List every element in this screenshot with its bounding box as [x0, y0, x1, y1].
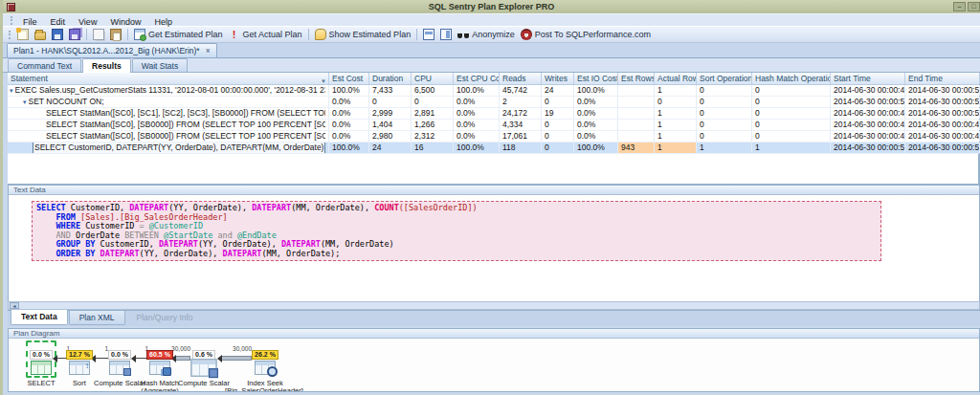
grid-cell[interactable]: 0	[697, 97, 752, 107]
statement-cell[interactable]: ▾EXEC Sales.usp_GetCustomerStats 11331, …	[8, 85, 329, 96]
grid-cell[interactable]	[618, 108, 655, 119]
grid-cell[interactable]	[618, 85, 655, 96]
grid-cell[interactable]: 2014-06-30 00:00:42.830	[831, 85, 905, 96]
grid-cell[interactable]: 4,334	[500, 120, 542, 130]
grid-cell[interactable]: 0	[697, 85, 752, 96]
grid-cell[interactable]: 0.0%	[574, 108, 618, 119]
grid-cell[interactable]: 45,742	[500, 85, 542, 96]
grid-cell[interactable]: 2014-06-30 00:00:50.240	[905, 97, 980, 107]
grid-cell[interactable]: 118	[500, 143, 542, 153]
show-estimated-plan-button[interactable]: Show Estimated Plan	[312, 28, 414, 41]
grid-cell[interactable]: 2,891	[412, 108, 454, 119]
statement-cell[interactable]: SELECT CustomerID, DATEPART(YY, OrderDat…	[8, 143, 329, 153]
grid-cell[interactable]: 1,266	[412, 120, 454, 130]
grid-cell[interactable]: 100.0%	[574, 85, 618, 96]
grid-cell[interactable]: 0.0%	[329, 108, 369, 119]
statement-cell[interactable]: SELECT StatMan([SC0], [SB0000]) FROM (SE…	[8, 131, 329, 142]
grid-cell[interactable]: 0	[542, 97, 574, 107]
grid-cell[interactable]	[618, 120, 655, 130]
table-row[interactable]: ▾EXEC Sales.usp_GetCustomerStats 11331, …	[8, 85, 979, 97]
column-header-sort-operations[interactable]: Sort Operations	[697, 73, 752, 84]
save-button[interactable]	[49, 28, 66, 41]
grid-cell[interactable]: 0	[655, 97, 697, 107]
grid-cell[interactable]: 24	[369, 143, 412, 153]
grid-cell[interactable]: 2014-06-30 00:00:50.263	[905, 85, 980, 96]
grid-cell[interactable]: 24,172	[500, 108, 542, 119]
column-header-duration[interactable]: Duration	[369, 73, 412, 84]
sql-text-area[interactable]: SELECT CustomerID, DATEPART(YY, OrderDat…	[8, 195, 980, 301]
table-row[interactable]: SELECT StatMan([SC0], [SB0000]) FROM (SE…	[8, 120, 979, 131]
grid-cell[interactable]: 2014-06-30 00:00:50.240	[831, 143, 905, 153]
grid-cell[interactable]: 16	[412, 143, 454, 153]
maximize-button[interactable]: □	[968, 2, 980, 11]
grid-cell[interactable]: 2014-06-30 00:00:50.230	[905, 108, 980, 119]
grid-cell[interactable]: 0.0%	[574, 120, 618, 130]
grid-cell[interactable]: 6,500	[412, 85, 454, 96]
close-icon[interactable]: ×	[206, 47, 211, 55]
post-to-sqlperformance-button[interactable]: Post To SQLPerformance.com	[518, 28, 654, 41]
grid-cell[interactable]: 2014-06-30 00:00:42.833	[831, 131, 905, 142]
column-header-statement[interactable]: Statement▼	[8, 73, 329, 84]
tab-command-text[interactable]: Command Text	[8, 58, 81, 72]
open-button[interactable]	[32, 29, 49, 41]
plan-node-index-seek[interactable]: 26.2 %Index Seek [Big_SalesOrderHeader].…	[193, 340, 337, 392]
grid-cell[interactable]: 100.0%	[329, 143, 369, 153]
grid-cell[interactable]: 2014-06-30 00:00:47.223	[905, 120, 980, 130]
get-estimated-plan-button[interactable]: Get Estimated Plan	[131, 28, 226, 41]
column-header-est-io-cost[interactable]: Est IO Cost	[574, 73, 618, 84]
grid-cell[interactable]: 100.0%	[329, 85, 369, 96]
column-header-est-cpu-cost[interactable]: Est CPU Cost	[454, 73, 500, 84]
grid-cell[interactable]: 0.0%	[454, 120, 500, 130]
layout-vertical-button[interactable]	[437, 28, 455, 41]
column-header-writes[interactable]: Writes	[542, 73, 574, 84]
grid-cell[interactable]: 0	[369, 97, 412, 107]
new-plan-button[interactable]	[14, 28, 32, 41]
grid-cell[interactable]: 100.0%	[454, 143, 500, 153]
grid-cell[interactable]: 0	[542, 143, 574, 153]
grid-cell[interactable]: 2,980	[369, 131, 412, 142]
document-tab[interactable]: Plan1 - HANK\SQL2012.A...2012_Big (HANK\…	[7, 43, 217, 57]
grid-cell[interactable]: 2014-06-30 00:00:45.813	[905, 131, 980, 142]
grid-cell[interactable]: 2	[500, 97, 542, 107]
grid-cell[interactable]: 1	[655, 143, 697, 153]
grid-cell[interactable]: 0	[542, 120, 574, 130]
get-actual-plan-button[interactable]: Get Actual Plan	[226, 28, 305, 41]
grid-cell[interactable]: 0	[752, 120, 831, 130]
statement-cell[interactable]: ▾SET NOCOUNT ON;	[8, 97, 329, 107]
tab-wait-stats[interactable]: Wait Stats	[132, 58, 188, 72]
grid-cell[interactable]: 0.0%	[574, 131, 618, 142]
column-header-hash-match-operations[interactable]: Hash Match Operations	[752, 73, 831, 84]
paste-button[interactable]	[107, 28, 124, 41]
tab-plan-xml[interactable]: Plan XML	[69, 311, 125, 325]
plan-diagram-canvas[interactable]: 11130,00030,0000.0 %SELECT12.7 %Sort0.0 …	[8, 339, 980, 392]
grid-cell[interactable]: 1	[655, 108, 697, 119]
save-all-button[interactable]	[66, 28, 83, 41]
anonymize-button[interactable]: Anonymize	[455, 29, 518, 40]
expand-arrow-icon[interactable]: ▾	[23, 97, 27, 107]
grid-cell[interactable]: 24	[542, 85, 574, 96]
grid-cell[interactable]: 0.0%	[454, 131, 500, 142]
statement-cell[interactable]: SELECT StatMan([SC0], [SB0000]) FROM (SE…	[8, 120, 329, 130]
column-header-reads[interactable]: Reads	[500, 73, 542, 84]
grid-cell[interactable]: 2014-06-30 00:00:50.263	[905, 143, 980, 153]
grid-cell[interactable]: 0	[697, 120, 752, 130]
sort-indicator-icon[interactable]: ▼	[321, 76, 326, 84]
grid-cell[interactable]: 2014-06-30 00:00:50.240	[831, 97, 905, 107]
grid-cell[interactable]: 100.0%	[574, 143, 618, 153]
grid-cell[interactable]: 0.0%	[329, 97, 369, 107]
column-header-end-time[interactable]: End Time	[905, 73, 980, 84]
grid-cell[interactable]: 2,999	[369, 108, 412, 119]
grid-cell[interactable]: 1	[752, 143, 831, 153]
grid-cell[interactable]: 1	[655, 131, 697, 142]
grid-cell[interactable]	[618, 131, 655, 142]
statement-cell[interactable]: SELECT StatMan([SC0], [SC1], [SC2], [SC3…	[8, 108, 329, 119]
column-header-est-cost[interactable]: Est Cost	[329, 73, 369, 84]
grid-cell[interactable]: 2014-06-30 00:00:47.230	[831, 108, 905, 119]
grid-cell[interactable]: 7,433	[369, 85, 412, 96]
menu-help[interactable]: Help	[147, 17, 179, 27]
expand-arrow-icon[interactable]: ▾	[10, 85, 13, 96]
grid-cell[interactable]: 0.0%	[329, 120, 369, 130]
table-row[interactable]: ▾SET NOCOUNT ON;0.0%000.0%200.0%0002014-…	[8, 97, 979, 108]
table-row[interactable]: SELECT StatMan([SC0], [SB0000]) FROM (SE…	[8, 131, 979, 143]
copy-button[interactable]	[90, 28, 107, 41]
